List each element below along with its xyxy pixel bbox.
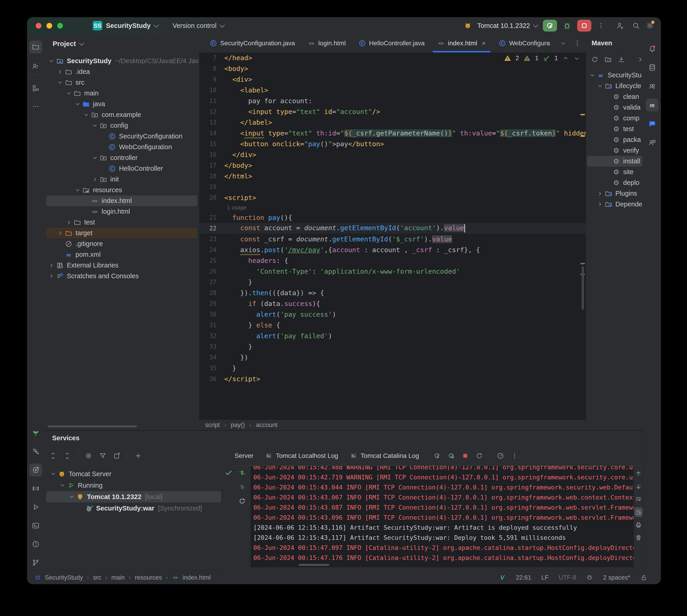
breadcrumb-item[interactable]: src <box>93 574 102 581</box>
users-chat-icon[interactable] <box>646 136 659 149</box>
breadcrumb-item[interactable]: main <box>111 574 125 581</box>
encoding-widget[interactable]: UTF-8 <box>559 574 576 581</box>
code-line[interactable]: 26 'Content-Type': 'application/x-www-fo… <box>199 266 586 277</box>
brackets-icon[interactable]: [ ] <box>29 482 42 495</box>
trash-icon[interactable] <box>634 533 643 543</box>
tree-row[interactable]: init <box>46 174 197 185</box>
tree-row[interactable]: Running <box>46 480 221 491</box>
tree-row[interactable]: src <box>46 77 197 88</box>
chevron-down-icon[interactable] <box>49 471 57 477</box>
tree-row[interactable]: ⚙site <box>587 167 642 177</box>
tree-row[interactable]: .gitignore <box>46 238 197 249</box>
inspections-widget[interactable]: 2 1 1 <box>504 55 580 62</box>
tree-row[interactable]: ⚙comp <box>587 113 642 124</box>
up-icon[interactable] <box>634 469 643 479</box>
chevron-down-icon[interactable] <box>596 83 604 89</box>
newtab-icon[interactable] <box>113 452 120 460</box>
folder-sync-icon[interactable] <box>604 56 612 63</box>
close-window-button[interactable] <box>36 23 41 29</box>
chevron-down-icon[interactable] <box>65 90 73 96</box>
tab-index.html[interactable]: <>index.html× <box>431 34 492 52</box>
tab-login.html[interactable]: <>login.html <box>302 34 352 52</box>
down-icon[interactable] <box>634 481 643 491</box>
tree-row[interactable]: mSecurityStu <box>587 70 642 81</box>
editor-scrollbar[interactable] <box>582 266 584 310</box>
tab-WebConfigura[interactable]: CWebConfigura <box>492 34 556 52</box>
code-editor[interactable]: 7</head>8<body>9 <div>10 <label>11 pay f… <box>199 52 586 420</box>
code-line[interactable]: 29 if (data.success){ <box>199 298 586 309</box>
zoom-window-button[interactable] <box>57 23 63 29</box>
rerun-sm-icon[interactable] <box>434 452 441 460</box>
search-everywhere-button[interactable] <box>632 22 640 29</box>
log-tab-Server[interactable]: Server <box>235 452 253 460</box>
refresh-icon[interactable] <box>591 56 598 63</box>
tree-row[interactable]: Tomcat 10.1.2322[local] <box>46 491 221 503</box>
chev-r-icon[interactable] <box>637 56 643 63</box>
chevron-right-icon[interactable] <box>56 69 64 75</box>
users-icon[interactable] <box>646 80 659 93</box>
next-problem-button[interactable] <box>574 55 580 62</box>
tree-row[interactable]: SecurityStudy~/Desktop/CS/JavaEE/4 Java … <box>46 56 197 66</box>
stop-button[interactable] <box>577 20 591 31</box>
code-line[interactable]: 21 function pay(){ <box>199 212 586 223</box>
tree-row[interactable]: com.example <box>46 109 197 120</box>
code-line[interactable]: 36</script> <box>199 373 586 384</box>
log-horizontal-scrollbar[interactable] <box>298 564 329 566</box>
v-plugin-icon[interactable]: V <box>499 574 506 581</box>
code-line[interactable]: 34 }) <box>199 352 586 363</box>
tree-row[interactable]: SecurityStudy:war[Synchronized] <box>46 503 221 514</box>
log-line[interactable]: 06-Jun-2024 00:15:43.067 INFO [RMI TCP C… <box>250 492 634 503</box>
tree-row[interactable]: <>login.html <box>46 206 197 217</box>
tree-row[interactable]: main <box>46 88 197 98</box>
tab-list-chevron-icon[interactable] <box>556 34 570 52</box>
chevron-right-icon[interactable] <box>596 191 604 197</box>
chevron-down-icon[interactable] <box>59 482 66 488</box>
tree-row[interactable]: ⚙test <box>587 124 642 134</box>
project-menu[interactable]: SecurityStudy <box>106 22 151 29</box>
indent-widget[interactable]: 2 spaces* <box>603 574 630 581</box>
users-q-icon[interactable]: ? <box>29 60 42 72</box>
expand-icon[interactable] <box>49 452 57 460</box>
code-line[interactable]: 15 <button onclick="pay()">pay</button> <box>199 138 586 149</box>
services-hex-icon[interactable] <box>29 464 42 477</box>
err-icon[interactable] <box>29 538 42 551</box>
grid-icon[interactable] <box>29 82 42 94</box>
stop-sm-icon[interactable] <box>462 453 469 459</box>
log-line[interactable]: [2024-06-06 12:15:43,117] Artifact Secur… <box>250 533 634 543</box>
prev-problem-button[interactable] <box>562 55 569 62</box>
chevron-down-icon[interactable] <box>82 112 90 118</box>
rebug-sm-icon[interactable] <box>448 452 455 460</box>
funnel-icon[interactable] <box>99 452 106 460</box>
folder2-icon[interactable] <box>29 41 42 53</box>
dots-icon[interactable] <box>29 100 42 113</box>
tree-row[interactable]: ⚙verify <box>587 145 642 156</box>
refresh2-icon[interactable] <box>475 452 483 460</box>
assistant-icon[interactable] <box>586 574 593 581</box>
tree-row[interactable]: target <box>46 228 197 238</box>
tree-row[interactable]: Tomcat Server <box>46 468 221 480</box>
target-icon[interactable] <box>85 452 92 460</box>
code-line[interactable]: 35 } <box>199 363 586 373</box>
vcs-menu[interactable]: Version control <box>173 22 217 29</box>
chevron-right-icon[interactable] <box>48 262 56 268</box>
breadcrumb-item[interactable]: pay() <box>231 421 245 428</box>
tree-row[interactable]: .idea <box>46 66 197 77</box>
code-line[interactable]: 28 }).then(({data}) => { <box>199 287 586 298</box>
tree-row[interactable]: ⚙valida <box>587 102 642 113</box>
chevron-down-icon[interactable] <box>68 494 75 500</box>
breadcrumb-item[interactable]: index.html <box>183 574 211 581</box>
gauge-icon[interactable] <box>497 452 504 460</box>
chevron-down-icon[interactable] <box>74 187 82 193</box>
chevron-right-icon[interactable] <box>596 201 604 207</box>
minimize-window-button[interactable] <box>46 23 52 29</box>
code-line[interactable]: 23 const _csrf = document.getElementById… <box>199 234 586 244</box>
caret-position-widget[interactable]: 22:61 <box>516 574 531 581</box>
sprout-icon[interactable] <box>29 426 42 439</box>
debug-button[interactable] <box>563 22 571 30</box>
breadcrumb-item[interactable]: script <box>205 421 220 428</box>
log-line[interactable]: 06-Jun-2024 00:15:42.488 WARNING [RMI TC… <box>250 466 634 472</box>
settings-button[interactable] <box>646 22 654 30</box>
log-line[interactable]: 06-Jun-2024 00:15:42.719 WARNING [RMI TC… <box>250 472 634 482</box>
chat-icon[interactable] <box>646 117 659 130</box>
deploy-g-icon[interactable] <box>236 467 248 478</box>
